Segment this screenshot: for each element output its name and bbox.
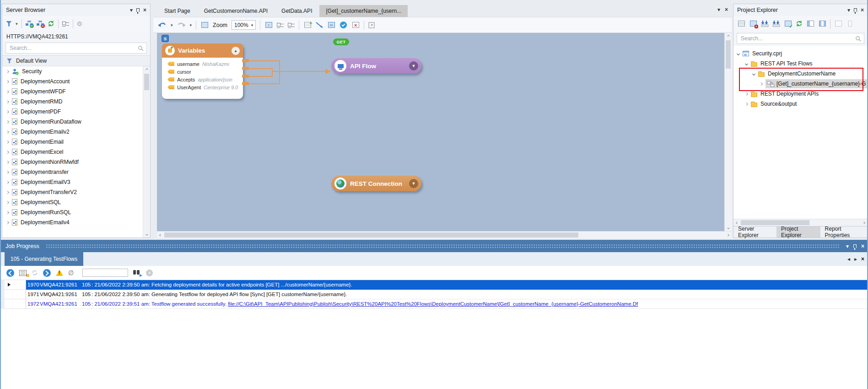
variables-node[interactable]: Variables ▲ usernameNishaKazmi cursor Ac… bbox=[162, 43, 243, 99]
expand-icon[interactable] bbox=[368, 22, 375, 28]
panel-both-icon[interactable] bbox=[818, 20, 826, 27]
outline-view-icon[interactable] bbox=[277, 22, 284, 28]
row-marker-cell[interactable] bbox=[5, 280, 26, 290]
chevron-right-icon[interactable] bbox=[6, 110, 9, 113]
find-next-icon[interactable] bbox=[133, 270, 141, 276]
undo-dropdown-icon[interactable]: ▾ bbox=[171, 23, 173, 27]
chevron-right-icon[interactable] bbox=[6, 190, 9, 194]
server-item[interactable]: DeploymentRunSQL bbox=[2, 207, 150, 217]
panel-left-icon[interactable] bbox=[806, 20, 814, 27]
close-icon[interactable]: × bbox=[861, 243, 864, 249]
project-search-box[interactable] bbox=[737, 33, 864, 44]
scroll-right-icon[interactable] bbox=[724, 232, 732, 238]
undo-icon[interactable] bbox=[158, 22, 167, 28]
scroll-left-icon[interactable] bbox=[157, 232, 164, 238]
output-port[interactable] bbox=[242, 67, 249, 70]
tab-getdata-api[interactable]: GetData.API bbox=[275, 5, 318, 17]
server-item[interactable]: DeploymentAccount bbox=[2, 76, 150, 86]
connector-line-icon[interactable] bbox=[316, 22, 323, 28]
refresh-project-icon[interactable] bbox=[796, 20, 803, 27]
chevron-down-icon[interactable] bbox=[745, 62, 748, 65]
chevron-right-icon[interactable] bbox=[6, 180, 9, 184]
tree-item-deploymentcustomername[interactable]: DeploymentCustomerName bbox=[733, 69, 868, 79]
collapse-icon[interactable]: ▲ bbox=[232, 47, 240, 55]
tree-item-rest-deployment-apis[interactable]: REST Deployment APIs bbox=[733, 89, 868, 99]
tree-item-source-output[interactable]: Source&output bbox=[733, 99, 868, 109]
variable-row[interactable]: usernameNishaKazmi bbox=[162, 60, 243, 68]
zoom-select[interactable]: 100% ▾ bbox=[232, 20, 256, 30]
log-pause-icon[interactable] bbox=[19, 270, 27, 276]
next-tab-icon[interactable]: ▸ bbox=[854, 256, 857, 262]
search-icon[interactable] bbox=[855, 36, 861, 42]
nav-forward-icon[interactable] bbox=[43, 269, 51, 277]
redo-dropdown-icon[interactable]: ▾ bbox=[190, 23, 192, 27]
server-tree-scrollbar[interactable] bbox=[143, 66, 150, 238]
rest-connection-node[interactable]: REST Connection ▼ bbox=[331, 176, 421, 191]
tree-item-security-cprj[interactable]: Security.cprj bbox=[733, 49, 868, 59]
server-item[interactable]: DeploymentEmailv4 bbox=[2, 217, 150, 227]
scrollbar-thumb[interactable] bbox=[164, 232, 578, 238]
tab-get-customername-active[interactable]: [Get]_customerName_{usern... bbox=[319, 5, 408, 17]
panel-menu-dropdown-icon[interactable]: ▾ bbox=[846, 243, 849, 249]
server-search-box[interactable] bbox=[5, 43, 147, 54]
tab-server-explorer[interactable]: Server Explorer bbox=[733, 227, 776, 238]
import-apis-icon[interactable] bbox=[772, 20, 780, 27]
clear-filter-icon[interactable]: ∅ bbox=[68, 269, 74, 276]
scroll-down-icon[interactable] bbox=[143, 231, 150, 238]
add-server-icon[interactable]: + bbox=[26, 21, 33, 27]
chevron-right-icon[interactable] bbox=[745, 102, 748, 105]
import-flows-icon[interactable] bbox=[761, 20, 769, 27]
server-item[interactable]: DeploymentSQL bbox=[2, 197, 150, 207]
canvas-vertical-scrollbar[interactable] bbox=[724, 33, 732, 231]
scroll-up-icon[interactable] bbox=[143, 66, 150, 73]
row-marker-cell[interactable] bbox=[5, 299, 26, 309]
tree-view-icon[interactable] bbox=[62, 21, 69, 27]
chevron-right-icon[interactable] bbox=[6, 150, 9, 153]
filter-icon[interactable] bbox=[6, 21, 12, 27]
chevron-right-icon[interactable] bbox=[6, 160, 9, 163]
tab-report-properties[interactable]: Report Properties bbox=[820, 227, 868, 238]
project-horizontal-scrollbar[interactable] bbox=[733, 219, 868, 226]
tab-project-explorer[interactable]: Project Explorer bbox=[776, 227, 820, 238]
server-item[interactable]: DeploymentEmailv2 bbox=[2, 127, 150, 137]
chevron-right-icon[interactable] bbox=[6, 140, 9, 143]
server-item[interactable]: DeploymentEmailV3 bbox=[2, 177, 150, 187]
node-dropdown-icon[interactable]: ▼ bbox=[409, 61, 418, 70]
close-icon[interactable]: × bbox=[861, 7, 864, 13]
log-row[interactable]: 1972 VMQA421:9261 105 : 21/06/2022 2:39:… bbox=[1, 299, 868, 309]
pin-icon[interactable] bbox=[853, 8, 858, 12]
server-item[interactable]: DeploymentRunDataflow bbox=[2, 117, 150, 127]
fit-height-icon[interactable]: ↕ bbox=[264, 22, 273, 29]
list-view-icon[interactable] bbox=[288, 22, 295, 28]
nav-back-icon[interactable] bbox=[6, 269, 14, 277]
remove-server-icon[interactable]: × bbox=[37, 21, 44, 27]
chevron-down-icon[interactable] bbox=[737, 52, 740, 55]
scrollbar-thumb[interactable] bbox=[726, 40, 731, 69]
tree-item-rest-api-test-flows[interactable]: REST API Test Flows bbox=[733, 59, 868, 69]
server-item[interactable]: DeploymentExcel bbox=[2, 147, 150, 157]
verify-project-icon[interactable]: ✓ bbox=[784, 20, 792, 27]
close-project-icon[interactable]: × bbox=[749, 20, 757, 27]
testflow-file-link[interactable]: file://C:\Git\API_Team\APIPublishing\Pub… bbox=[228, 301, 638, 307]
scrollbar-thumb[interactable] bbox=[144, 74, 149, 90]
canvas-horizontal-scrollbar[interactable] bbox=[157, 231, 732, 238]
gear-icon[interactable]: ⚙ bbox=[77, 20, 83, 27]
chevron-right-icon[interactable] bbox=[6, 120, 9, 123]
api-flow-node[interactable]: API Flow ▼ bbox=[331, 58, 421, 74]
chevron-right-icon[interactable] bbox=[6, 170, 9, 173]
tab-list-dropdown-icon[interactable]: ▾ bbox=[717, 7, 720, 12]
scrollbar-thumb[interactable] bbox=[741, 220, 809, 225]
tab-job-105[interactable]: 105 - Generating TestFlows bbox=[5, 252, 83, 266]
panel-menu-dropdown-icon[interactable]: ▾ bbox=[847, 7, 850, 13]
output-port[interactable] bbox=[242, 59, 249, 62]
chevron-right-icon[interactable] bbox=[6, 211, 9, 214]
flow-canvas[interactable]: S Variables ▲ usernameNishaKazmi cursor … bbox=[157, 33, 724, 231]
scroll-left-icon[interactable] bbox=[733, 220, 741, 226]
project-search-input[interactable] bbox=[740, 35, 855, 42]
scroll-up-icon[interactable] bbox=[725, 33, 732, 39]
search-icon[interactable] bbox=[138, 45, 144, 51]
close-icon[interactable]: × bbox=[143, 7, 146, 13]
pin-icon[interactable] bbox=[852, 244, 857, 248]
tab-getcustomeronname-api[interactable]: GetCustomeronName.API bbox=[198, 5, 274, 17]
chevron-down-icon[interactable] bbox=[752, 72, 755, 75]
